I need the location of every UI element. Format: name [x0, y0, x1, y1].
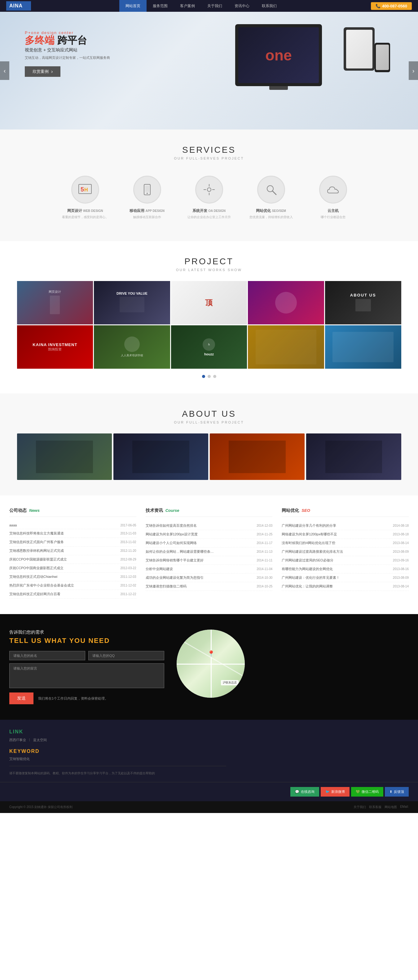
news-item[interactable]: 没有时候我们的H网站优化出现了些 2013-08-14 — [282, 539, 409, 547]
news-item[interactable]: 网站建设小个人公司如何实现网络 2014-11-17 — [146, 539, 273, 547]
contact-name-input[interactable] — [9, 651, 85, 660]
news-item[interactable]: 分析中业网站建设 2014-11-04 — [146, 565, 273, 573]
hero-next-arrow[interactable]: › — [409, 61, 418, 80]
about-title: ABOUT US — [0, 409, 418, 419]
top-button[interactable]: ⬆ 反馈顶 — [385, 787, 409, 797]
news-item[interactable]: 网站建设为何全屏1200px设计宽度 2014-11-25 — [146, 530, 273, 539]
project-dot-3[interactable] — [213, 375, 216, 378]
news-item[interactable]: 广州网站建设：优化行业的常见要素！ 2013-08-09 — [282, 573, 409, 582]
news-item[interactable]: 庆祝CCPO中国商业摄影图正式成立 2012-03-22 — [9, 564, 136, 573]
copyright-link-service[interactable]: 联系客服 — [369, 805, 381, 809]
footer-link-item-1[interactable]: 西西IT事业 — [9, 738, 26, 742]
project-dot-1[interactable] — [202, 375, 205, 378]
news-text: 艾纳邀请您扫描微信二维码 — [146, 584, 217, 589]
service-item-seo[interactable]: 网站优化 SEO/SEM 您优质流量，持续增长的营收入 — [240, 169, 302, 226]
news-item[interactable]: 艾纳信息科技正式面向广州客户服务 2013-11-02 — [9, 538, 136, 547]
news-item[interactable]: 庆祝CCPO中国能源摄影联盟正式成立 2012-08-29 — [9, 555, 136, 564]
news-date: 2013-11-02 — [121, 540, 136, 544]
news-item[interactable]: 广州网站建设过渡高路搜索优化排名方法 2013-08-09 — [282, 547, 409, 556]
news-text: 网络建设为何全屏1200px有哪些不足 — [282, 532, 353, 537]
news-item[interactable]: 艾纳信息科技即将推出立方魔装通道 2013-11-03 — [9, 529, 136, 538]
news-item[interactable]: 网络建设为何全屏1200px有哪些不足 2013-08-18 — [282, 530, 409, 539]
weibo-icon: 🐦 — [325, 790, 330, 794]
project-dot-2[interactable] — [208, 375, 211, 378]
project-inner-8: h houzz — [171, 325, 247, 369]
project-item-3[interactable]: 顶 — [171, 281, 247, 325]
copyright-link-sitemap[interactable]: 网站地图 — [385, 805, 397, 809]
map-road-v — [211, 630, 211, 698]
project-item-7[interactable]: 人人美术培训学校 — [94, 325, 170, 369]
project-item-8[interactable]: h houzz — [171, 325, 247, 369]
copyright-link-about[interactable]: 关于我们 — [354, 805, 366, 809]
project-item-4[interactable] — [248, 281, 324, 325]
nav-contact[interactable]: 联系我们 — [256, 0, 283, 12]
news-item[interactable]: 广州网站优化：让我的的网站调整 2013-08-14 — [282, 582, 409, 591]
hero-cta-button[interactable]: 欣赏案例 — [25, 66, 60, 77]
news-item[interactable]: 广州网站建设过渡局的SEO必做分 2013-09-16 — [282, 556, 409, 565]
contact-section: 告诉我们您的需求 TELL US WHAT YOU NEED 发送 我们将在1个… — [0, 614, 418, 720]
hero-prev-arrow[interactable]: ‹ — [0, 61, 9, 80]
news-item[interactable]: 艾纳信息科技正式启动Chianhwi 2011-12-03 — [9, 573, 136, 581]
contact-message-textarea[interactable] — [9, 663, 164, 688]
news-text: 分析中业网站建设 — [146, 567, 217, 571]
news-date: 2017-06-05 — [121, 523, 136, 527]
project-item-6[interactable]: KAINA INVESTMENT 凯纳投资 — [17, 325, 93, 369]
news-item[interactable]: 有哪些能力为网站建设的全网优化 2013-08-16 — [282, 565, 409, 573]
news-item[interactable]: 热烈庆祝广东省中小企业联合会基金会成立 2011-12-02 — [9, 581, 136, 590]
contact-qq-input[interactable] — [88, 651, 164, 660]
copyright-link-email[interactable]: EMail: — [400, 805, 409, 809]
nav-services[interactable]: 服务范围 — [146, 0, 174, 12]
news-text: 广州网站建设过渡局的SEO必做分 — [282, 558, 353, 563]
contact-pre-title: 告诉我们您的需求 — [9, 630, 164, 635]
project-item-5[interactable]: ABOUT US — [325, 281, 401, 325]
service-item-oa[interactable]: 系统开发 OA DESIGN 让你的企业在办公室上工作月升 — [178, 169, 240, 226]
project-inner-3: 顶 — [171, 281, 247, 325]
news-item[interactable]: 成功的企业网站建设化繁为简为您指引 2014-10-30 — [146, 573, 273, 582]
news-text: aaaa — [9, 523, 81, 527]
nav-news[interactable]: 资讯中心 — [228, 0, 256, 12]
weibo-label: 新浪微博 — [331, 789, 345, 794]
project-inner-10 — [325, 325, 401, 369]
chat-button[interactable]: 💬 在线咨询 — [290, 787, 319, 797]
footer-link-item-2[interactable]: 蓝太空间 — [33, 738, 47, 742]
news-item[interactable]: 艾纳告诉你如何提高百度自然排名 2014-12-03 — [146, 522, 273, 530]
news-date: 2011-12-03 — [121, 575, 136, 579]
service-item-app[interactable]: 移动应用 APP DESIGN 触摸移动互联新合作 — [116, 169, 178, 226]
news-text: 网站建设小个人公司如何实现网络 — [146, 541, 217, 545]
contact-submit-button[interactable]: 发送 — [9, 692, 33, 704]
news-col3-cn: 网站优化 — [282, 508, 299, 513]
project-item-1[interactable]: 网页设计 — [17, 281, 93, 325]
news-item[interactable]: 艾纳告诉你网络销售哪个平台建立更好 2014-11-11 — [146, 556, 273, 565]
copyright-links: 关于我们 联系客服 网站地图 EMail: — [354, 805, 409, 809]
project-subtitle: OUR LATEST WORKS SHOW — [0, 268, 418, 272]
news-item[interactable]: aaaa 2017-06-05 — [9, 522, 136, 529]
news-date: 2013-08-14 — [393, 541, 409, 545]
news-item[interactable]: 艾纳信息科技正式迎好网月白百看 2011-12-22 — [9, 590, 136, 598]
service-item-cloud[interactable]: 云主机 哪个行业都适合您 — [302, 169, 364, 226]
news-date: 2013-08-14 — [393, 585, 409, 588]
project-dots — [0, 375, 418, 378]
project-item-2[interactable]: DRIVE YOU VALUE — [94, 281, 170, 325]
news-item[interactable]: 如何让你的企业网站，网站建设需要哪些条件准备 2014-11-13 — [146, 547, 273, 556]
news-item[interactable]: 艾纳感恩数控录杯机构网址正式完成 2012-11-20 — [9, 547, 136, 555]
news-col2-cn: 技术资讯 — [146, 508, 163, 513]
about-section: ABOUT US OUR FULL-SERVES PROJECT — [0, 393, 418, 495]
service-item-web[interactable]: 5 H 网页设计 WEB DESIGN 看重的是细节，感受到的是用心。 — [54, 169, 116, 226]
news-date: 2014-08-18 — [393, 524, 409, 527]
news-col-seo: 网站优化 SEO 广州网站建设分享几个有利的的分享 2014-08-18 网络建… — [282, 508, 409, 598]
wechat-button[interactable]: 💚 微信二维码 — [351, 787, 383, 797]
news-item[interactable]: 广州网站建设分享几个有利的的分享 2014-08-18 — [282, 522, 409, 530]
news-item[interactable]: 艾纳邀请您扫描微信二维码 2014-10-25 — [146, 582, 273, 591]
weibo-button[interactable]: 🐦 新浪微博 — [321, 787, 350, 797]
news-text: 广州网站优化：让我的的网站调整 — [282, 584, 353, 589]
service-desc-seo: 您优质流量，持续增长的营收入 — [243, 215, 299, 220]
services-title: SERVICES — [0, 145, 418, 155]
project-item-10[interactable] — [325, 325, 401, 369]
project-item-9[interactable] — [248, 325, 324, 369]
service-name-app: 移动应用 APP DESIGN — [119, 208, 175, 213]
nav-about[interactable]: 关于我们 — [201, 0, 228, 12]
nav-cases[interactable]: 客户案例 — [174, 0, 201, 12]
hero-content: P+one design center 多终端 跨平台 视觉创意 + 交互响应式… — [25, 30, 110, 77]
nav-home[interactable]: 网站首页 — [119, 0, 146, 12]
monitor-stand — [269, 86, 288, 90]
